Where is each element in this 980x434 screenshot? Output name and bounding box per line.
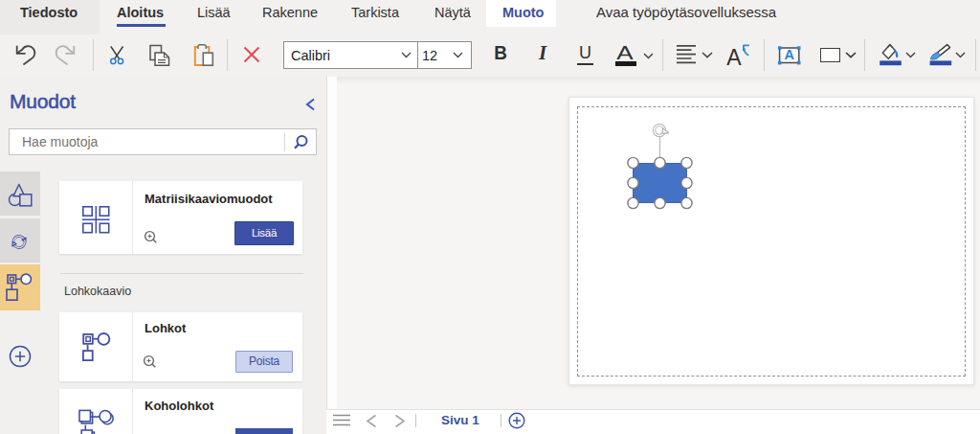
svg-text:A: A — [784, 47, 794, 62]
